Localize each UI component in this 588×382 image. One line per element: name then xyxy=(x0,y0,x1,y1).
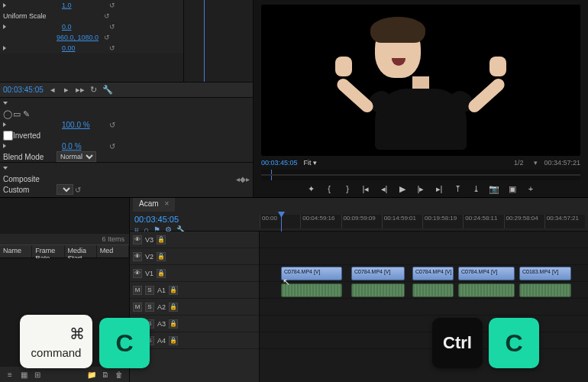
track-header-a2[interactable]: MSA2🔒 xyxy=(130,299,259,316)
add-kf-icon[interactable]: ◆ xyxy=(240,175,246,183)
anchor-value[interactable]: 960.0, 1080.0 xyxy=(57,34,102,41)
feather-value[interactable]: 0.0 % xyxy=(62,142,108,151)
monitor-playhead[interactable] xyxy=(271,170,272,180)
monitor-zoom-label[interactable]: 1/2 xyxy=(514,159,524,167)
mute-icon[interactable]: M xyxy=(133,286,142,295)
timeline-timecode[interactable]: 00:03:45:05 xyxy=(134,215,179,224)
loop-icon[interactable]: ↻ xyxy=(89,86,99,95)
next-keyframe-icon[interactable]: ▸▸ xyxy=(76,86,85,95)
solo-icon[interactable]: S xyxy=(145,286,154,295)
efc-timecode[interactable]: 00:03:45:05 xyxy=(3,86,44,94)
keyframe-toggle-icon[interactable]: ↺ xyxy=(108,44,117,52)
anti-flicker-value[interactable]: 0.00 xyxy=(62,44,108,52)
lock-icon[interactable]: 🔒 xyxy=(157,269,166,278)
video-clip[interactable]: C0784.MP4 [V] xyxy=(281,267,342,280)
audio-clip[interactable] xyxy=(351,283,405,297)
icon-view-icon[interactable]: ▦ xyxy=(18,370,29,379)
lift-icon[interactable]: ⤒ xyxy=(452,183,463,194)
blend-mode-label: Blend Mode xyxy=(3,153,57,161)
track-header-v1[interactable]: 👁V1🔒 xyxy=(130,265,259,282)
add-marker-icon[interactable]: ✦ xyxy=(305,183,316,194)
lock-icon[interactable]: 🔒 xyxy=(169,336,178,345)
video-clip[interactable]: C0784.MP4 [V] xyxy=(458,267,515,280)
pen-mask-icon[interactable]: ✎ xyxy=(21,109,31,118)
scale-value[interactable]: 1.0 xyxy=(62,2,108,9)
wrench-icon[interactable]: 🔧 xyxy=(103,86,112,95)
video-clip[interactable]: C0784.MP4 [V] xyxy=(351,267,405,280)
keyframe-toggle-icon[interactable]: ↺ xyxy=(108,2,117,9)
freeform-view-icon[interactable]: ⊞ xyxy=(32,370,43,379)
effect-controls-graph[interactable] xyxy=(183,0,253,82)
rotation-value[interactable]: 0.0 xyxy=(62,23,108,31)
mute-icon[interactable]: M xyxy=(133,303,142,312)
prev-keyframe-icon[interactable]: ◂ xyxy=(48,86,57,95)
settings-icon[interactable]: + xyxy=(525,183,536,194)
inverted-checkbox[interactable] xyxy=(3,131,13,141)
mark-in-icon[interactable]: { xyxy=(324,183,334,194)
list-view-icon[interactable]: ≡ xyxy=(5,370,15,379)
monitor-fit-dropdown[interactable]: Fit ▾ xyxy=(304,159,318,167)
track-header-v3[interactable]: 👁V3🔒 xyxy=(130,231,259,248)
command-symbol-icon: ⌘ xyxy=(69,325,85,343)
col-media-start[interactable]: Media Start xyxy=(65,245,97,257)
go-to-in-icon[interactable]: |◂ xyxy=(360,183,371,194)
solo-icon[interactable]: S xyxy=(145,303,154,312)
effect-controls-time-remap: Composite◂◆▸ Custom↺ xyxy=(0,162,253,197)
step-back-icon[interactable]: ◂| xyxy=(379,183,389,194)
custom-label: Custom xyxy=(3,186,57,194)
monitor-timecode[interactable]: 00:03:45:05 xyxy=(261,159,298,167)
ellipse-mask-icon[interactable]: ◯ xyxy=(3,109,12,118)
close-icon[interactable]: × xyxy=(165,199,170,208)
keyframe-toggle-icon[interactable]: ↺ xyxy=(108,142,117,151)
keyframe-toggle-icon[interactable]: ↺ xyxy=(73,186,82,194)
keyframe-toggle-icon[interactable]: ↺ xyxy=(108,23,117,31)
video-clip[interactable]: C0784.MP4 [V] xyxy=(412,267,454,280)
rect-mask-icon[interactable]: ▭ xyxy=(12,109,21,118)
next-kf-icon[interactable]: ▸ xyxy=(246,175,250,183)
playhead-line[interactable] xyxy=(204,0,205,82)
keycap-c-win: C xyxy=(489,318,539,368)
sequence-tab[interactable]: Acam× xyxy=(133,198,175,212)
video-clip[interactable]: C0183.MP4 [V] xyxy=(519,267,571,280)
blend-mode-select[interactable]: Normal xyxy=(57,151,96,162)
export-frame-icon[interactable]: 📷 xyxy=(489,183,499,194)
comparison-icon[interactable]: ▣ xyxy=(507,183,518,194)
monitor-duration: 00:34:57:21 xyxy=(544,159,580,167)
audio-clip[interactable] xyxy=(412,283,454,297)
audio-clip[interactable] xyxy=(519,283,571,297)
lock-icon[interactable]: 🔒 xyxy=(169,286,178,295)
track-toggle-icon[interactable]: 👁 xyxy=(133,269,142,278)
keyframe-toggle-icon[interactable]: ↺ xyxy=(102,12,111,20)
lock-icon[interactable]: 🔒 xyxy=(169,303,178,312)
mark-out-icon[interactable]: } xyxy=(342,183,353,194)
lock-icon[interactable]: 🔒 xyxy=(169,319,178,329)
play-icon[interactable]: ▸ xyxy=(62,86,71,95)
track-toggle-icon[interactable]: 👁 xyxy=(133,252,142,261)
col-med[interactable]: Med xyxy=(97,245,129,257)
timeline-ruler[interactable]: 00:00 00:04:59:16 00:09:59:09 00:14:59:0… xyxy=(260,215,585,228)
trash-icon[interactable]: 🗑 xyxy=(114,370,124,379)
lock-icon[interactable]: 🔒 xyxy=(157,252,166,261)
track-a1 xyxy=(260,282,588,299)
keyframe-toggle-icon[interactable]: ↺ xyxy=(108,121,117,129)
program-monitor[interactable] xyxy=(261,5,580,156)
new-item-icon[interactable]: 🗎 xyxy=(100,370,111,379)
custom-select[interactable] xyxy=(57,184,73,195)
go-to-out-icon[interactable]: ▸| xyxy=(434,183,444,194)
extract-icon[interactable]: ⤓ xyxy=(470,183,481,194)
lock-icon[interactable]: 🔒 xyxy=(157,235,166,244)
project-columns-header[interactable]: Name Frame Rate Media Start Med xyxy=(0,244,129,258)
track-toggle-icon[interactable]: 👁 xyxy=(133,235,142,244)
track-header-a1[interactable]: MSA1🔒 xyxy=(130,282,259,299)
monitor-scrub-bar[interactable] xyxy=(261,170,580,180)
audio-clip[interactable] xyxy=(281,283,342,297)
opacity-value[interactable]: 100.0 % xyxy=(62,121,108,129)
audio-clip[interactable] xyxy=(458,283,515,297)
keyframe-toggle-icon[interactable]: ↺ xyxy=(102,34,111,41)
track-header-v2[interactable]: 👁V2🔒 xyxy=(130,248,259,265)
play-icon[interactable]: ▶ xyxy=(397,183,408,194)
col-name[interactable]: Name xyxy=(0,245,32,257)
col-frame-rate[interactable]: Frame Rate xyxy=(32,245,64,257)
new-bin-icon[interactable]: 📁 xyxy=(86,370,97,379)
step-fwd-icon[interactable]: |▸ xyxy=(415,183,426,194)
